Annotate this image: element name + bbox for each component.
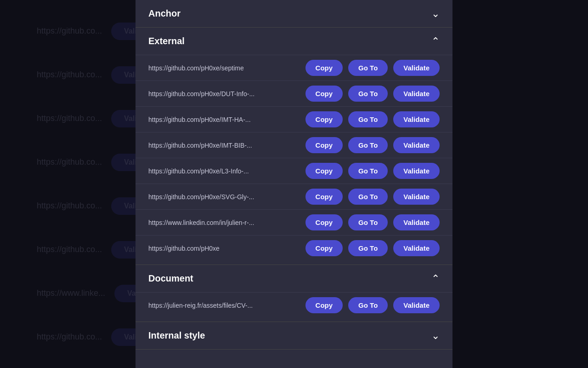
- goto-button[interactable]: Go To: [348, 297, 388, 313]
- goto-button[interactable]: Go To: [348, 163, 388, 179]
- validate-button[interactable]: Validate: [393, 240, 440, 256]
- link-row: https://julien-reig.fr/assets/files/CV-.…: [136, 292, 452, 318]
- link-row: https://github.com/pH0xe/L3-Info-... Cop…: [136, 158, 452, 184]
- link-url: https://github.com/pH0xe: [148, 245, 300, 252]
- validate-button[interactable]: Validate: [393, 86, 440, 102]
- goto-button[interactable]: Go To: [348, 111, 388, 127]
- section-document-header[interactable]: Document ⌃: [136, 265, 452, 292]
- link-url: https://www.linkedin.com/in/julien-r-...: [148, 219, 300, 226]
- copy-button[interactable]: Copy: [305, 111, 343, 127]
- section-anchor-title: Anchor: [148, 8, 181, 19]
- section-internal-style: Internal style ⌄: [136, 322, 452, 350]
- link-row: https://github.com/pH0xe/SVG-Gly-... Cop…: [136, 184, 452, 209]
- goto-button[interactable]: Go To: [348, 214, 388, 230]
- section-anchor: Anchor ⌄: [136, 0, 452, 28]
- link-url: https://julien-reig.fr/assets/files/CV-.…: [148, 302, 300, 309]
- copy-button[interactable]: Copy: [305, 60, 343, 76]
- link-url: https://github.com/pH0xe/L3-Info-...: [148, 167, 300, 175]
- link-row: https://github.com/pH0xe/IMT-BIB-... Cop…: [136, 132, 452, 158]
- section-internal-style-title: Internal style: [148, 330, 205, 341]
- link-row: https://github.com/pH0xe/septime Copy Go…: [136, 55, 452, 80]
- link-row: https://github.com/pH0xe Copy Go To Vali…: [136, 235, 452, 261]
- chevron-up-icon: ⌃: [431, 36, 440, 46]
- copy-button[interactable]: Copy: [305, 189, 343, 205]
- link-url: https://github.com/pH0xe/SVG-Gly-...: [148, 193, 300, 201]
- validate-button[interactable]: Validate: [393, 189, 440, 205]
- validate-button[interactable]: Validate: [393, 60, 440, 76]
- modal: Anchor ⌄ External ⌃ https://github.com/p…: [136, 0, 452, 368]
- copy-button[interactable]: Copy: [305, 86, 343, 102]
- section-external-header[interactable]: External ⌃: [136, 28, 452, 55]
- chevron-down-icon: ⌄: [431, 9, 440, 19]
- section-document-title: Document: [148, 273, 193, 284]
- link-row: https://www.linkedin.com/in/julien-r-...…: [136, 209, 452, 235]
- chevron-up-icon: ⌃: [431, 274, 440, 284]
- section-internal-style-header[interactable]: Internal style ⌄: [136, 322, 452, 349]
- section-external-title: External: [148, 36, 185, 46]
- link-row: https://github.com/pH0xe/IMT-HA-... Copy…: [136, 106, 452, 132]
- section-external: External ⌃ https://github.com/pH0xe/sept…: [136, 28, 452, 265]
- goto-button[interactable]: Go To: [348, 86, 388, 102]
- copy-button[interactable]: Copy: [305, 163, 343, 179]
- chevron-down-icon: ⌄: [431, 331, 440, 341]
- link-url: https://github.com/pH0xe/IMT-HA-...: [148, 116, 300, 123]
- goto-button[interactable]: Go To: [348, 240, 388, 256]
- link-url: https://github.com/pH0xe/septime: [148, 64, 300, 72]
- validate-button[interactable]: Validate: [393, 137, 440, 153]
- section-document: Document ⌃ https://julien-reig.fr/assets…: [136, 265, 452, 322]
- link-url: https://github.com/pH0xe/IMT-BIB-...: [148, 142, 300, 149]
- goto-button[interactable]: Go To: [348, 137, 388, 153]
- validate-button[interactable]: Validate: [393, 163, 440, 179]
- section-document-content: https://julien-reig.fr/assets/files/CV-.…: [136, 292, 452, 322]
- copy-button[interactable]: Copy: [305, 214, 343, 230]
- link-url: https://github.com/pH0xe/DUT-Info-...: [148, 90, 300, 98]
- goto-button[interactable]: Go To: [348, 60, 388, 76]
- section-external-content: https://github.com/pH0xe/septime Copy Go…: [136, 55, 452, 264]
- copy-button[interactable]: Copy: [305, 297, 343, 313]
- copy-button[interactable]: Copy: [305, 137, 343, 153]
- link-row: https://github.com/pH0xe/DUT-Info-... Co…: [136, 80, 452, 106]
- validate-button[interactable]: Validate: [393, 214, 440, 230]
- copy-button[interactable]: Copy: [305, 240, 343, 256]
- validate-button[interactable]: Validate: [393, 111, 440, 127]
- section-anchor-header[interactable]: Anchor ⌄: [136, 0, 452, 27]
- validate-button[interactable]: Validate: [393, 297, 440, 313]
- goto-button[interactable]: Go To: [348, 189, 388, 205]
